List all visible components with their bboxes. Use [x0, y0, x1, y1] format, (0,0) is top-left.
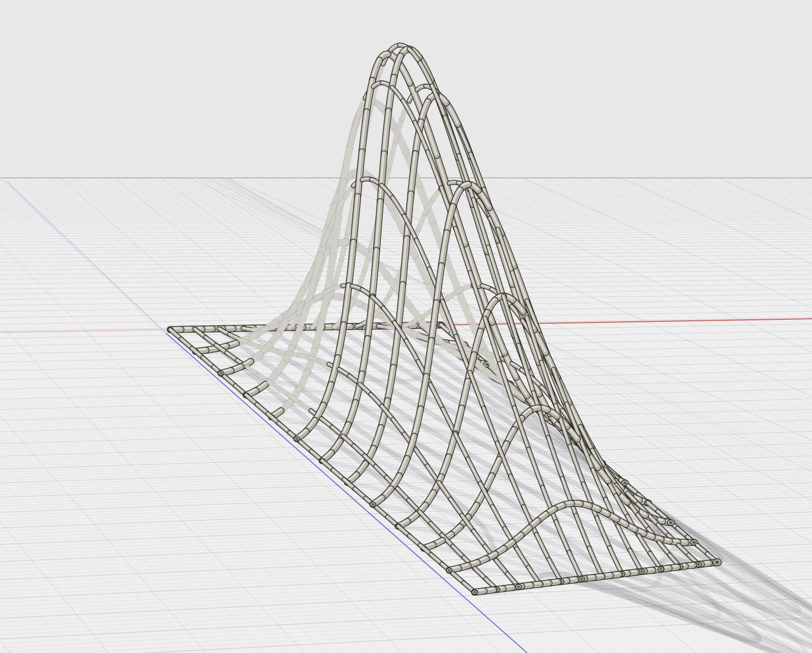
viewport-canvas[interactable]: [0, 0, 812, 653]
cad-viewport: [0, 0, 812, 653]
